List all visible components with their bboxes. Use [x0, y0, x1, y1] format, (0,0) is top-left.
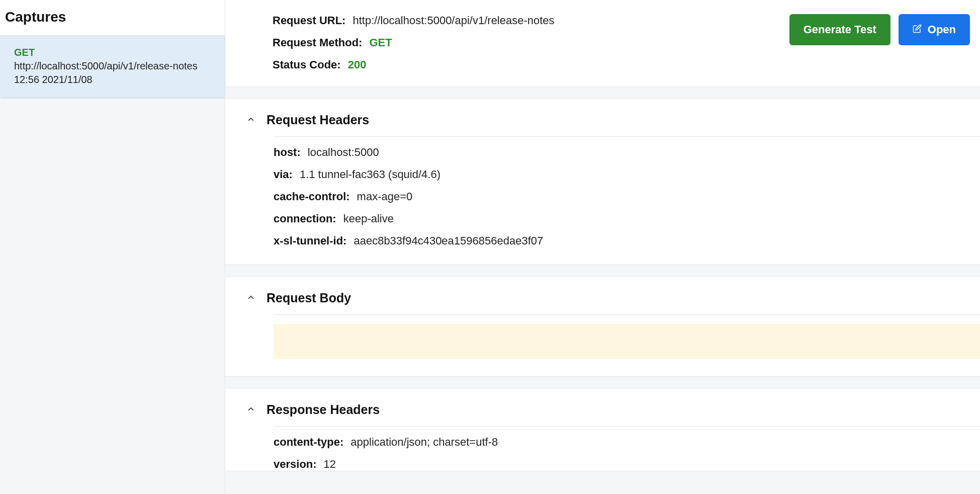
sidebar-title: Captures — [5, 9, 220, 25]
header-key: x-sl-tunnel-id: — [274, 234, 346, 248]
request-headers-content: host: localhost:5000 via: 1.1 tunnel-fac… — [274, 127, 980, 248]
response-headers-content: content-type: application/json; charset=… — [274, 417, 980, 471]
request-url-value: http://localhost:5000/api/v1/release-not… — [352, 14, 554, 27]
generate-test-button[interactable]: Generate Test — [789, 14, 890, 45]
header-value: 12 — [324, 458, 336, 471]
header-row: x-sl-tunnel-id: aaec8b33f94c430ea1596856… — [274, 234, 980, 248]
capture-item-timestamp: 12:56 2021/11/08 — [14, 74, 211, 86]
capture-list: GET http://localhost:5000/api/v1/release… — [0, 36, 225, 97]
sidebar: Captures GET http://localhost:5000/api/v… — [0, 0, 225, 494]
request-headers-header[interactable]: Request Headers — [225, 113, 980, 127]
request-body-block — [274, 324, 980, 359]
request-url-line: Request URL: http://localhost:5000/api/v… — [273, 14, 555, 27]
header-key: connection: — [274, 212, 336, 225]
capture-item-url: http://localhost:5000/api/v1/release-not… — [14, 60, 211, 72]
header-value: keep-alive — [343, 212, 394, 225]
header-key: version: — [274, 458, 317, 471]
request-info: Request URL: http://localhost:5000/api/v… — [273, 14, 555, 71]
chevron-up-icon — [246, 293, 255, 304]
response-headers-panel: Response Headers content-type: applicati… — [225, 388, 980, 471]
status-code-line: Status Code: 200 — [273, 58, 555, 71]
main-content: Request URL: http://localhost:5000/api/v… — [225, 0, 980, 494]
header-key: via: — [274, 168, 293, 181]
status-code-value: 200 — [348, 58, 367, 71]
request-body-content — [274, 305, 980, 359]
panels: Request Headers host: localhost:5000 via… — [225, 87, 980, 471]
request-body-title: Request Body — [266, 291, 351, 305]
header-key: content-type: — [274, 436, 343, 449]
divider — [274, 136, 980, 137]
header-key: host: — [274, 146, 301, 159]
header-value: aaec8b33f94c430ea1596856edae3f07 — [353, 234, 543, 248]
request-headers-panel: Request Headers host: localhost:5000 via… — [225, 98, 980, 265]
action-buttons: Generate Test Open — [789, 14, 970, 45]
top-bar: Request URL: http://localhost:5000/api/v… — [225, 0, 980, 87]
generate-test-label: Generate Test — [804, 23, 876, 36]
header-row: host: localhost:5000 — [274, 146, 980, 159]
request-body-header[interactable]: Request Body — [225, 291, 980, 305]
header-row: cache-control: max-age=0 — [274, 190, 980, 203]
open-button[interactable]: Open — [899, 14, 970, 45]
response-headers-header[interactable]: Response Headers — [225, 402, 980, 417]
header-value: localhost:5000 — [308, 146, 379, 159]
header-row: version: 12 — [274, 458, 980, 471]
header-value: application/json; charset=utf-8 — [350, 436, 498, 449]
header-row: via: 1.1 tunnel-fac363 (squid/4.6) — [274, 168, 980, 181]
request-method-value: GET — [369, 36, 392, 49]
header-value: max-age=0 — [357, 190, 413, 203]
header-row: connection: keep-alive — [274, 212, 980, 225]
chevron-up-icon — [246, 115, 255, 126]
response-headers-title: Response Headers — [266, 402, 380, 417]
capture-item[interactable]: GET http://localhost:5000/api/v1/release… — [0, 36, 225, 97]
request-method-label: Request Method: — [273, 36, 362, 49]
capture-item-method: GET — [14, 47, 211, 58]
divider — [274, 314, 980, 315]
request-url-label: Request URL: — [273, 14, 345, 27]
header-key: cache-control: — [274, 190, 350, 203]
sidebar-header: Captures — [0, 0, 225, 36]
open-icon — [913, 23, 922, 36]
request-method-line: Request Method: GET — [273, 36, 555, 49]
chevron-up-icon — [246, 404, 255, 416]
open-label: Open — [928, 23, 956, 36]
status-code-label: Status Code: — [273, 58, 341, 71]
request-body-panel: Request Body — [225, 276, 980, 377]
header-value: 1.1 tunnel-fac363 (squid/4.6) — [300, 168, 440, 181]
divider — [274, 426, 980, 427]
request-headers-title: Request Headers — [266, 113, 369, 127]
header-row: content-type: application/json; charset=… — [274, 436, 980, 449]
